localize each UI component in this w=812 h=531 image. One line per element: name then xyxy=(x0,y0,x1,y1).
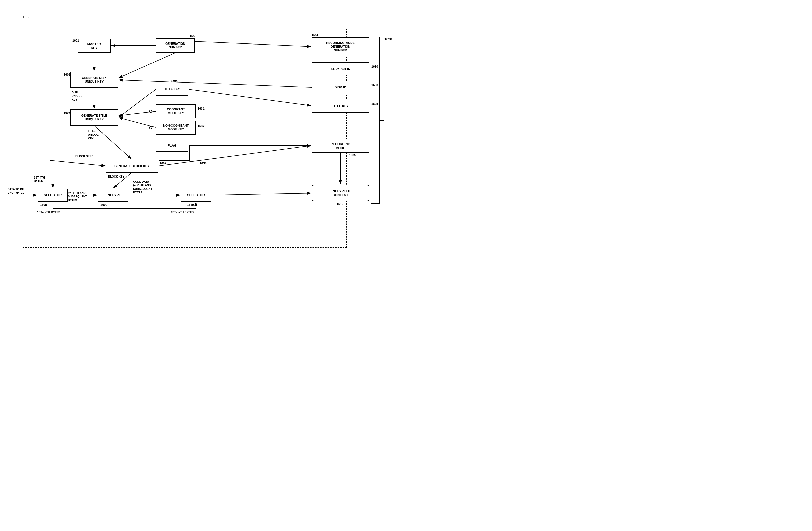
box-recording-mode: RECORDINGMODE xyxy=(311,140,369,153)
box-cognizant-mode-key: COGNIZANTMODE KEY xyxy=(156,104,196,118)
box-master-key: MASTERKEY xyxy=(78,39,111,53)
label-1632: 1632 xyxy=(198,124,204,128)
label-1635: 1635 xyxy=(349,153,356,157)
box-title-key-right: TITLE KEY xyxy=(311,100,369,113)
label-1608: 1608 xyxy=(40,203,47,207)
label-1607: 1607 xyxy=(160,162,166,165)
label-1609: 1609 xyxy=(101,203,107,207)
box-generate-disk-unique-key: GENERATE DISKUNIQUE KEY xyxy=(70,72,118,88)
box-title-key-main: TITLE KEY xyxy=(156,83,188,96)
label-1st-m-bytes-right: 1ST-m-TH BYTES xyxy=(171,211,194,214)
label-1601: 1601 xyxy=(72,39,79,42)
label-1620: 1620 xyxy=(385,37,392,41)
box-encrypt: ENCRYPT xyxy=(98,188,128,201)
label-title-unique-key: TITLEUNIQUEKEY xyxy=(88,129,99,140)
box-encrypted-content: ENCRYPTEDCONTENT xyxy=(311,185,369,201)
box-recording-mode-gen: RECORDING-MODEGENERATIONNUMBER xyxy=(311,37,369,56)
box-generation-number: GENERATIONNUMBER xyxy=(156,38,195,53)
label-1610: 1610 xyxy=(187,203,194,207)
outer-border xyxy=(23,29,347,248)
label-1st-m-bytes-left: 1ST-m-TH BYTES xyxy=(37,211,60,214)
label-1602: 1602 xyxy=(63,73,70,76)
box-disk-id-right: DISK ID xyxy=(311,81,369,94)
diagram-container: 1600 MASTERKEY 1601 GENERATIONNUMBER 165… xyxy=(0,0,406,266)
label-1604: 1604 xyxy=(171,79,178,83)
label-1600: 1600 xyxy=(23,15,30,19)
box-non-cognizant-mode-key: NON-COGNIZANTMODE KEY xyxy=(156,121,196,135)
label-1605: 1605 xyxy=(371,102,378,106)
label-1651: 1651 xyxy=(311,33,318,37)
label-code-data: CODE DATA(m+1)TH ANDSUBSEQUENTBYTES xyxy=(133,180,152,194)
label-1612: 1612 xyxy=(337,202,344,206)
box-selector2: SELECTOR xyxy=(181,188,211,201)
label-m-plus-1-bytes: (m+1)TH ANDSUBSEQUENTBYTES xyxy=(68,191,87,202)
box-generate-block-key: GENERATE BLOCK KEY xyxy=(105,160,158,173)
label-1606: 1606 xyxy=(63,111,70,115)
label-1650: 1650 xyxy=(190,34,197,38)
label-1680: 1680 xyxy=(371,65,378,68)
box-selector1: SELECTOR xyxy=(38,188,68,201)
label-block-key: BLOCK KEY xyxy=(108,175,125,178)
label-disk-unique-key: DISKUNIQUEKEY xyxy=(72,90,83,101)
label-1633: 1633 xyxy=(200,162,206,165)
label-1st-4th-bytes: 1ST-4THBYTES xyxy=(34,176,45,183)
label-1603: 1603 xyxy=(371,83,378,87)
box-generate-title-unique-key: GENERATE TITLEUNIQUE KEY xyxy=(70,109,118,126)
box-flag: FLAG xyxy=(156,140,188,152)
label-data-to-be-encrypted: DATA TO BEENCRYPTED xyxy=(8,187,24,195)
box-stamper-id: STAMPER ID xyxy=(311,62,369,75)
label-1631: 1631 xyxy=(198,107,204,110)
label-block-seed: BLOCK SEED xyxy=(75,155,93,158)
